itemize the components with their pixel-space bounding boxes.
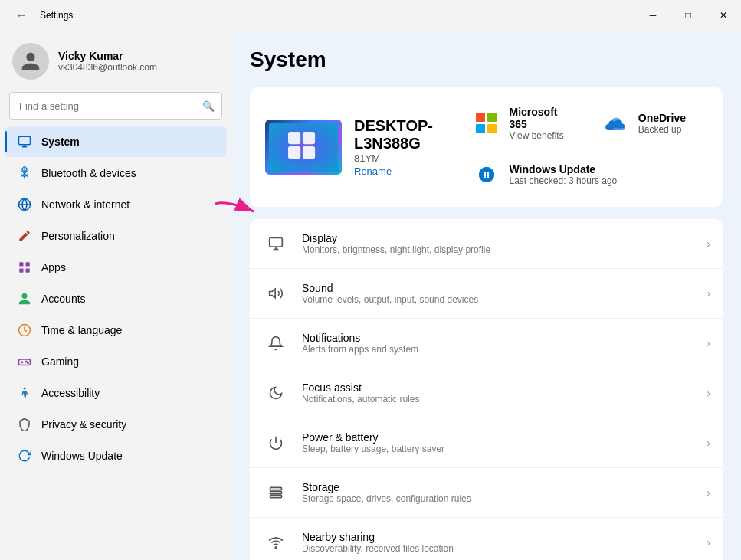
notifications-icon <box>262 329 290 357</box>
svg-point-16 <box>28 362 29 364</box>
nearby-chevron: › <box>707 536 710 549</box>
focus-title: Focus assist <box>302 382 694 394</box>
power-chevron: › <box>707 437 710 449</box>
system-icon <box>17 134 32 149</box>
apps-icon <box>17 260 32 275</box>
settings-item-focus[interactable]: Focus assist Notifications, automatic ru… <box>250 368 723 418</box>
display-subtitle: Monitors, brightness, night light, displ… <box>302 244 694 255</box>
svg-point-15 <box>26 361 28 362</box>
power-title: Power & battery <box>302 431 694 444</box>
storage-title: Storage <box>302 481 694 493</box>
settings-item-sound[interactable]: Sound Volume levels, output, input, soun… <box>250 269 723 319</box>
onedrive-card[interactable]: OneDrive Backed up <box>591 100 707 147</box>
focus-icon <box>262 379 290 407</box>
sidebar-item-update[interactable]: Windows Update <box>5 440 227 471</box>
titlebar-title: Settings <box>40 10 73 21</box>
focus-chevron: › <box>707 387 710 399</box>
sidebar-item-accounts[interactable]: Accounts <box>5 283 227 314</box>
nav-label-personalization: Personalization <box>41 230 115 242</box>
sound-icon <box>262 280 290 307</box>
minimize-button[interactable]: ─ <box>635 0 671 31</box>
sidebar-item-personalization[interactable]: Personalization <box>5 221 227 251</box>
user-profile[interactable]: Vicky Kumar vk304836@outlook.com <box>0 34 231 92</box>
titlebar-controls: ─ □ ✕ <box>635 0 741 31</box>
winupdate-card[interactable]: Windows Update Last checked: 3 hours ago <box>462 155 708 195</box>
update-icon <box>17 448 32 463</box>
settings-list: Display Monitors, brightness, night ligh… <box>250 219 723 560</box>
settings-item-notifications[interactable]: Notifications Alerts from apps and syste… <box>250 319 723 368</box>
avatar <box>12 43 49 80</box>
power-subtitle: Sleep, battery usage, battery saver <box>302 444 694 454</box>
settings-item-power[interactable]: Power & battery Sleep, battery usage, ba… <box>250 418 723 468</box>
nearby-icon <box>262 529 290 556</box>
svg-rect-20 <box>288 132 300 144</box>
sidebar-nav: System Bluetooth & devices Network & int… <box>0 126 231 560</box>
notifications-chevron: › <box>707 337 710 349</box>
titlebar-left: ← Settings <box>9 5 73 25</box>
nav-label-update: Windows Update <box>41 450 123 462</box>
focus-text: Focus assist Notifications, automatic ru… <box>302 382 694 404</box>
svg-rect-7 <box>19 262 23 266</box>
maximize-button[interactable]: □ <box>671 0 706 31</box>
sidebar-item-apps[interactable]: Apps <box>5 252 227 283</box>
display-chevron: › <box>707 237 710 250</box>
svg-rect-29 <box>270 487 282 490</box>
settings-item-storage[interactable]: Storage Storage space, drives, configura… <box>250 468 723 518</box>
network-icon <box>17 197 32 212</box>
nearby-text: Nearby sharing Discoverability, received… <box>302 531 694 554</box>
close-button[interactable]: ✕ <box>706 0 741 31</box>
winupdate-subtitle: Last checked: 3 hours ago <box>510 175 618 186</box>
settings-item-nearby[interactable]: Nearby sharing Discoverability, received… <box>250 518 723 560</box>
notifications-title: Notifications <box>302 332 694 344</box>
storage-chevron: › <box>707 486 710 499</box>
storage-icon <box>262 479 290 506</box>
svg-rect-22 <box>288 146 300 158</box>
main-content: System <box>231 32 741 560</box>
sidebar-item-system[interactable]: System <box>5 126 227 157</box>
display-text: Display Monitors, brightness, night ligh… <box>302 232 694 255</box>
sound-chevron: › <box>707 287 710 300</box>
svg-rect-24 <box>270 238 283 247</box>
storage-text: Storage Storage space, drives, configura… <box>302 481 694 504</box>
sidebar-item-time[interactable]: Time & language <box>5 315 227 345</box>
bluetooth-icon <box>17 165 32 181</box>
svg-rect-21 <box>303 132 315 144</box>
nav-label-privacy: Privacy & security <box>41 418 126 431</box>
search-container: 🔍 <box>9 92 222 120</box>
sound-title: Sound <box>302 282 694 294</box>
nav-label-accounts: Accounts <box>41 293 86 305</box>
user-email: vk304836@outlook.com <box>58 62 157 73</box>
onedrive-subtitle: Backed up <box>638 124 686 135</box>
sidebar-item-accessibility[interactable]: Accessibility <box>5 378 227 408</box>
power-icon <box>262 429 290 457</box>
ms365-subtitle: View benefits <box>510 130 568 141</box>
onedrive-text: OneDrive Backed up <box>638 112 686 135</box>
nav-label-apps: Apps <box>41 261 66 273</box>
pc-model: 81YM <box>354 152 450 164</box>
search-input[interactable] <box>9 92 222 120</box>
notifications-subtitle: Alerts from apps and system <box>302 344 694 355</box>
nav-label-system: System <box>41 136 80 148</box>
svg-rect-23 <box>303 146 315 158</box>
sidebar-item-gaming[interactable]: Gaming <box>5 346 227 377</box>
nav-label-accessibility: Accessibility <box>41 387 100 399</box>
ms365-card[interactable]: Microsoft 365 View benefits <box>462 100 579 147</box>
sidebar-item-privacy[interactable]: Privacy & security <box>5 409 227 440</box>
ms365-text: Microsoft 365 View benefits <box>510 106 568 141</box>
ms365-icon <box>473 110 500 137</box>
sidebar-item-network[interactable]: Network & internet <box>5 189 227 220</box>
svg-point-17 <box>24 388 26 390</box>
svg-point-32 <box>275 547 277 549</box>
pc-name: DESKTOP-L3N388G <box>354 117 450 152</box>
svg-rect-31 <box>270 495 282 497</box>
app-body: Vicky Kumar vk304836@outlook.com 🔍 Syste… <box>0 31 741 560</box>
page-title: System <box>250 47 723 72</box>
sidebar-item-bluetooth[interactable]: Bluetooth & devices <box>5 158 227 188</box>
settings-item-display[interactable]: Display Monitors, brightness, night ligh… <box>250 219 723 269</box>
back-button[interactable]: ← <box>9 5 34 25</box>
display-icon <box>262 230 290 257</box>
display-title: Display <box>302 232 694 244</box>
rename-link[interactable]: Rename <box>354 165 392 177</box>
winupdate-title: Windows Update <box>510 163 618 175</box>
pc-details: DESKTOP-L3N388G 81YM Rename <box>354 117 450 178</box>
